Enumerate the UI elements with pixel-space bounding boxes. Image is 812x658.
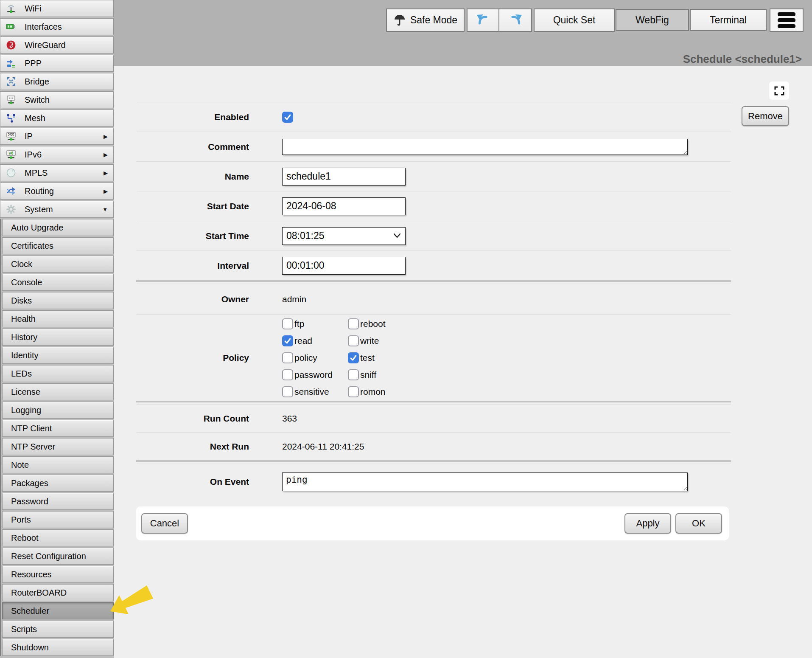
policy-checkbox-label: sniff (360, 370, 376, 380)
sidebar-item-label: IPv6 (25, 150, 42, 160)
policy-label: Policy (136, 353, 249, 363)
schedule-form: Enabled Comment Name Start Date (136, 102, 731, 499)
policy-checkbox-label: sensitive (294, 387, 329, 397)
ipv6-icon: v6 (6, 149, 17, 160)
sidebar-item-auto-upgrade[interactable]: Auto Upgrade (2, 219, 114, 236)
policy-checkbox-reboot[interactable]: reboot (348, 318, 433, 329)
sidebar-item-label: Scripts (11, 624, 37, 634)
sidebar-item-bridge[interactable]: Bridge (0, 73, 114, 90)
sidebar-item-reboot[interactable]: Reboot (2, 529, 114, 546)
sidebar-item-wifi[interactable]: WiFi (0, 0, 114, 17)
policy-checkbox-label: test (360, 353, 375, 363)
sidebar-item-note[interactable]: Note (2, 456, 114, 473)
on-event-row: On Event ping (136, 464, 731, 499)
sidebar-item-mesh[interactable]: Mesh (0, 110, 114, 127)
fullscreen-icon (774, 86, 784, 96)
checkmark-icon (283, 113, 292, 121)
tab-terminal[interactable]: Terminal (690, 9, 767, 31)
cancel-button[interactable]: Cancel (141, 513, 188, 534)
start-date-row: Start Date (136, 191, 731, 221)
sidebar-item-label: PPP (25, 59, 42, 68)
sidebar-item-logging[interactable]: Logging (2, 402, 114, 419)
sidebar-item-mpls[interactable]: MPLS▶ (0, 164, 114, 181)
policy-checkbox-read[interactable]: read (282, 335, 348, 346)
comment-row: Comment (136, 132, 731, 161)
run-count-label: Run Count (136, 413, 249, 424)
triangle-right-icon: ▶ (104, 133, 108, 140)
policy-checkbox-sensitive[interactable]: sensitive (282, 386, 348, 397)
sidebar-item-wireguard[interactable]: WireGuard (0, 37, 114, 53)
ppp-icon (6, 58, 17, 69)
policy-checkbox-label: ftp (294, 319, 304, 329)
sidebar-item-routerboard[interactable]: RouterBOARD (2, 584, 114, 601)
remove-button[interactable]: Remove (742, 106, 789, 126)
sidebar-item-shutdown[interactable]: Shutdown (2, 639, 114, 656)
hamburger-menu-button[interactable] (770, 8, 804, 32)
apply-button[interactable]: Apply (624, 513, 671, 534)
start-time-select[interactable]: 08:01:25 (282, 227, 406, 245)
fullscreen-button[interactable] (769, 82, 789, 100)
enabled-checkbox[interactable] (282, 112, 293, 123)
name-label: Name (136, 172, 249, 182)
sidebar-item-ntp-server[interactable]: NTP Server (2, 438, 114, 455)
sidebar-item-history[interactable]: History (2, 329, 114, 346)
sidebar-item-packages[interactable]: Packages (2, 475, 114, 492)
tab-webfig[interactable]: WebFig (616, 9, 689, 31)
hamburger-icon (778, 12, 795, 28)
policy-checkbox-password[interactable]: password (282, 369, 348, 380)
sidebar-item-license[interactable]: License (2, 383, 114, 400)
sidebar-item-reset-configuration[interactable]: Reset Configuration (2, 548, 114, 565)
sidebar-item-label: Clock (11, 259, 32, 269)
sidebar-item-system[interactable]: System▼ (0, 201, 114, 218)
sidebar-item-label: Ports (11, 515, 31, 525)
safe-mode-button[interactable]: Safe Mode (386, 8, 465, 32)
sidebar-item-label: Reset Configuration (11, 551, 86, 561)
sidebar-item-label: Resources (11, 570, 52, 579)
interval-input[interactable] (282, 257, 406, 275)
tab-quick-set[interactable]: Quick Set (534, 8, 615, 32)
interval-row: Interval (136, 250, 731, 280)
policy-checkbox-romon[interactable]: romon (348, 386, 433, 397)
sidebar-item-switch[interactable]: Switch (0, 91, 114, 108)
checkmark-icon (349, 354, 358, 362)
sidebar-item-ports[interactable]: Ports (2, 511, 114, 528)
comment-input[interactable] (282, 139, 688, 155)
ok-button[interactable]: OK (675, 513, 722, 534)
sidebar-item-routing[interactable]: Routing▶ (0, 183, 114, 200)
sidebar-item-ipv6[interactable]: v6IPv6▶ (0, 146, 114, 163)
redo-button[interactable] (499, 8, 532, 32)
policy-checkbox-ftp[interactable]: ftp (282, 318, 348, 329)
sidebar-item-label: NTP Client (11, 424, 52, 433)
sidebar-item-console[interactable]: Console (2, 274, 114, 291)
undo-button[interactable] (467, 8, 499, 32)
sidebar-item-interfaces[interactable]: Interfaces (0, 18, 114, 35)
sidebar-item-identity[interactable]: Identity (2, 347, 114, 364)
policy-checkbox-label: read (294, 336, 312, 346)
sidebar-top-items: WiFiInterfacesWireGuardPPPBridgeSwitchMe… (0, 0, 114, 218)
sidebar-item-label: Mesh (25, 113, 45, 123)
start-date-input[interactable] (282, 197, 406, 215)
policy-checkbox-policy[interactable]: policy (282, 352, 348, 363)
sidebar-item-health[interactable]: Health (2, 310, 114, 327)
name-input[interactable] (282, 168, 406, 186)
policy-checkbox-test[interactable]: test (348, 352, 433, 363)
sidebar-item-leds[interactable]: LEDs (2, 365, 114, 382)
sidebar-item-disks[interactable]: Disks (2, 292, 114, 309)
sidebar-item-password[interactable]: Password (2, 493, 114, 510)
sidebar-item-scheduler[interactable]: Scheduler (2, 602, 114, 619)
sidebar-item-certificates[interactable]: Certificates (2, 237, 114, 254)
policy-checkbox-sniff[interactable]: sniff (348, 369, 433, 380)
sidebar-item-ntp-client[interactable]: NTP Client (2, 420, 114, 437)
sidebar-item-scripts[interactable]: Scripts (2, 621, 114, 638)
policy-checkbox-write[interactable]: write (348, 335, 433, 346)
policy-checkbox-label: write (360, 336, 379, 346)
sidebar-item-ip[interactable]: 255IP▶ (0, 128, 114, 145)
sidebar-item-ppp[interactable]: PPP (0, 55, 114, 72)
on-event-input[interactable]: ping (282, 472, 688, 491)
sidebar-item-clock[interactable]: Clock (2, 256, 114, 273)
sidebar-item-label: NTP Server (11, 442, 55, 452)
bridge-icon (6, 76, 17, 87)
sidebar-item-resources[interactable]: Resources (2, 566, 114, 583)
sidebar-item-label: RouterBOARD (11, 588, 67, 598)
quick-set-label: Quick Set (553, 14, 596, 26)
